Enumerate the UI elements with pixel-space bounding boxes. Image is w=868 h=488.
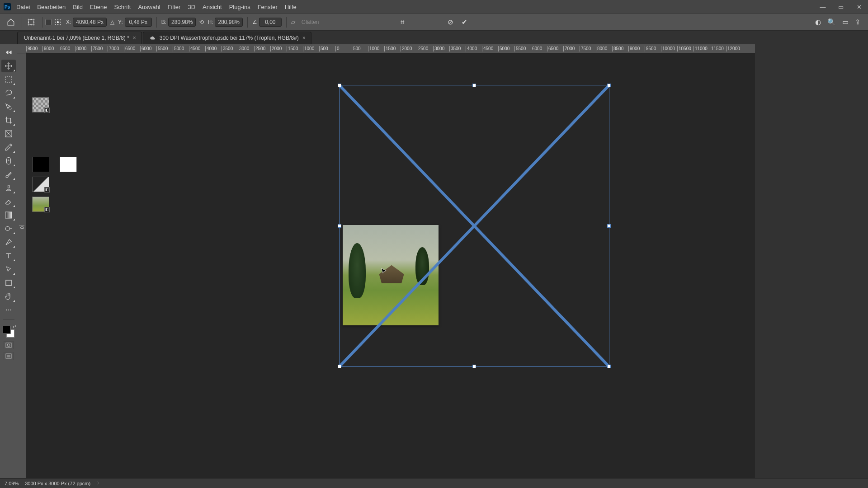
zoom-level[interactable]: 7,09% [5, 481, 19, 486]
move-tool[interactable] [1, 60, 16, 72]
eraser-tool[interactable] [1, 195, 16, 208]
transform-handle-w[interactable] [338, 224, 341, 228]
collapse-tool-panel[interactable] [1, 46, 16, 59]
canvas[interactable] [26, 53, 755, 478]
menu-schrift[interactable]: Schrift [114, 4, 131, 10]
ruler-h-tick: 6000 [140, 46, 151, 52]
lasso-tool[interactable] [1, 87, 16, 99]
menu-datei[interactable]: Datei [16, 4, 30, 10]
h-label: H: [208, 19, 213, 25]
clone-stamp-tool[interactable] [1, 182, 16, 194]
marquee-tool[interactable] [1, 73, 16, 86]
document-tab-1-title: Unbenannt-1 bei 7,09% (Ebene 1, RGB/8) * [24, 35, 129, 41]
document-tab-2[interactable]: 300 DPI Wassertropfen.psdc bei 117% (Tro… [143, 32, 311, 44]
ruler-h-tick: 9000 [628, 46, 640, 52]
transform-handle-sw[interactable] [338, 365, 341, 368]
quick-mask-toggle[interactable] [4, 341, 14, 349]
menu-fenster[interactable]: Fenster [258, 4, 278, 10]
layer-thumbnail[interactable]: ◧ [32, 97, 49, 113]
gradient-tool[interactable] [1, 209, 16, 221]
menu-ansicht[interactable]: Ansicht [203, 4, 222, 10]
menu-auswahl[interactable]: Auswahl [138, 4, 160, 10]
w-field[interactable]: 280,98% [168, 18, 196, 27]
menu-3d[interactable]: 3D [188, 4, 195, 10]
window-close-button[interactable]: ✕ [850, 4, 868, 10]
menu-plugins[interactable]: Plug-ins [229, 4, 250, 10]
pen-tool[interactable] [1, 236, 16, 249]
path-select-tool[interactable] [1, 263, 16, 276]
hand-tool[interactable] [1, 290, 16, 303]
document-tab-1-close[interactable]: × [133, 35, 136, 41]
layer-mask-thumbnail[interactable] [60, 157, 77, 172]
ruler-h-tick: 2000 [401, 46, 412, 52]
transform-handle-n[interactable] [472, 84, 476, 87]
commit-transform-button[interactable]: ✔ [462, 18, 467, 26]
doc-info-menu[interactable]: 〉 [97, 480, 102, 487]
transform-tool-icon[interactable] [25, 16, 38, 28]
svg-point-5 [60, 22, 61, 23]
transform-handle-e[interactable] [607, 224, 611, 228]
ruler-h-tick: 7500 [91, 46, 103, 52]
swap-xy-icon[interactable]: △ [110, 19, 114, 25]
screen-mode-toggle[interactable] [4, 352, 14, 360]
document-tab-1[interactable]: Unbenannt-1 bei 7,09% (Ebene 1, RGB/8) *… [17, 32, 142, 44]
cursor-icon [380, 267, 387, 275]
angle-field[interactable]: 0,00 [259, 18, 282, 27]
menu-filter[interactable]: Filter [168, 4, 181, 10]
cloud-icon [150, 35, 156, 41]
x-field[interactable]: 4090,48 Px [73, 18, 107, 27]
status-bar: 7,09% 3000 Px x 3000 Px (72 ppcm) 〉 [0, 478, 868, 488]
window-minimize-button[interactable]: — [814, 4, 832, 10]
eyedropper-tool[interactable] [1, 141, 16, 154]
brush-tool[interactable] [1, 168, 16, 181]
shape-tool[interactable] [1, 277, 16, 289]
ruler-h-tick: 0 [335, 46, 340, 52]
share-icon[interactable]: ⇪ [855, 18, 861, 26]
ruler-origin[interactable] [17, 44, 26, 53]
menu-hilfe[interactable]: Hilfe [285, 4, 297, 10]
transform-handle-ne[interactable] [607, 84, 611, 87]
transform-handle-s[interactable] [472, 365, 476, 368]
document-info[interactable]: 3000 Px x 3000 Px (72 ppcm) [25, 481, 90, 486]
ruler-h-tick: 4000 [466, 46, 477, 52]
transform-bounding-box[interactable] [339, 85, 609, 367]
menu-bild[interactable]: Bild [73, 4, 83, 10]
crop-tool[interactable] [1, 114, 16, 127]
menu-bearbeiten[interactable]: Bearbeiten [37, 4, 66, 10]
ruler-h-tick: 11500 [710, 46, 724, 52]
cancel-transform-button[interactable]: ⊘ [448, 18, 453, 26]
smart-object-badge: ◧ [44, 207, 50, 212]
layer-thumbnail[interactable]: ◧ [32, 197, 49, 212]
healing-brush-tool[interactable] [1, 155, 16, 167]
select-subject-icon[interactable]: ◐ [815, 18, 821, 26]
ruler-h-tick: 5500 [156, 46, 168, 52]
layer-thumbnail[interactable]: ◧ [32, 177, 49, 192]
color-swatches[interactable]: ⇄ [2, 325, 15, 338]
y-label: Y: [118, 19, 123, 25]
vertical-ruler[interactable]: 0 [17, 53, 26, 478]
reference-point-toggle[interactable] [45, 19, 52, 25]
document-tab-2-close[interactable]: × [302, 35, 306, 41]
transform-handle-nw[interactable] [338, 84, 341, 87]
edit-toolbar[interactable]: ⋯ [1, 304, 16, 316]
quick-select-tool[interactable] [1, 100, 16, 113]
reference-point-grid[interactable] [53, 16, 62, 28]
y-field[interactable]: 0,48 Px [125, 18, 152, 27]
swap-colors-icon[interactable]: ⇄ [13, 324, 16, 328]
workspace-icon[interactable]: ▭ [842, 18, 849, 26]
ruler-v-tick: 0 [19, 225, 24, 229]
link-wh-icon[interactable]: ⟲ [199, 19, 204, 25]
type-tool[interactable] [1, 249, 16, 262]
foreground-color[interactable] [3, 326, 11, 334]
window-restore-button[interactable]: ▭ [832, 4, 850, 10]
transform-handle-se[interactable] [607, 365, 611, 368]
h-field[interactable]: 280,98% [215, 18, 242, 27]
search-icon[interactable]: 🔍 [827, 18, 836, 26]
home-button[interactable] [5, 16, 17, 28]
layer-thumbnail[interactable] [32, 157, 49, 172]
frame-tool[interactable] [1, 127, 16, 140]
menu-ebene[interactable]: Ebene [90, 4, 107, 10]
warp-icon[interactable]: ⌗ [401, 18, 404, 26]
horizontal-ruler[interactable]: 9500900085008000750070006500600055005000… [26, 44, 755, 53]
dodge-tool[interactable] [1, 222, 16, 235]
